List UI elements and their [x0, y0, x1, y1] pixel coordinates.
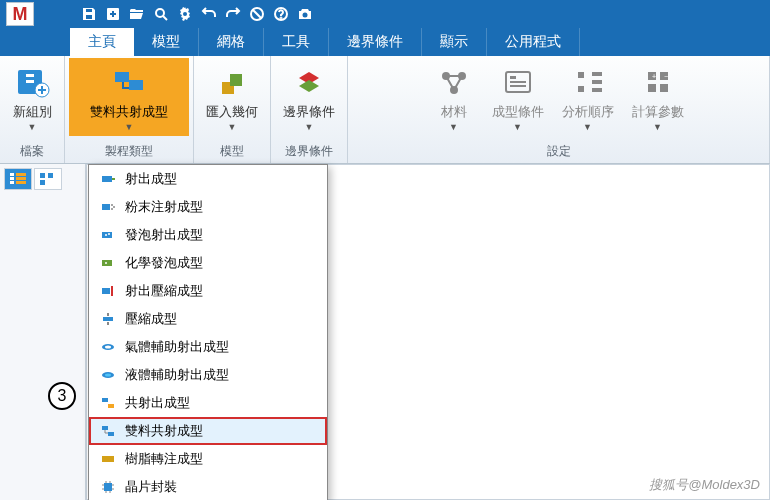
svg-rect-31 — [648, 84, 656, 92]
chevron-down-icon: ▼ — [305, 122, 314, 132]
ribbon: 新組別 ▼ 檔案 雙料共射成型 ▼ 製程類型 匯入幾何 ▼ 模型 — [0, 56, 770, 164]
chevron-down-icon: ▼ — [449, 122, 458, 132]
menu-item-label: 樹脂轉注成型 — [125, 450, 203, 468]
new-icon[interactable] — [102, 3, 124, 25]
menu-item-chem-foam[interactable]: 化學發泡成型 — [89, 249, 327, 277]
svg-rect-8 — [26, 74, 34, 77]
svg-rect-54 — [102, 288, 110, 294]
menu-item-label: 雙料共射成型 — [125, 422, 203, 440]
gas-assist-icon — [99, 338, 117, 356]
process-type-button[interactable]: 雙料共射成型 ▼ — [69, 58, 189, 136]
svg-rect-55 — [103, 317, 113, 321]
bi-inject-icon — [99, 422, 117, 440]
svg-rect-39 — [16, 177, 26, 180]
menu-item-rtm[interactable]: 樹脂轉注成型 — [89, 445, 327, 473]
menu-item-label: 射出成型 — [125, 170, 177, 188]
svg-text:−: − — [664, 73, 668, 80]
ribbon-group-label: 邊界條件 — [285, 141, 333, 162]
svg-rect-26 — [592, 72, 602, 76]
tab-utilities[interactable]: 公用程式 — [487, 28, 580, 56]
new-group-button[interactable]: 新組別 ▼ — [4, 58, 60, 136]
tab-tools[interactable]: 工具 — [264, 28, 329, 56]
menu-item-co-injection[interactable]: 共射出成型 — [89, 389, 327, 417]
co-inject-icon — [99, 394, 117, 412]
svg-rect-38 — [16, 173, 26, 176]
menu-item-label: 晶片封裝 — [125, 478, 177, 496]
menu-item-injection[interactable]: 射出成型 — [89, 165, 327, 193]
ribbon-group-file: 新組別 ▼ 檔案 — [0, 56, 65, 163]
chevron-down-icon: ▼ — [125, 122, 134, 132]
menu-item-powder[interactable]: 粉末注射成型 — [89, 193, 327, 221]
tab-display[interactable]: 顯示 — [422, 28, 487, 56]
undo-icon[interactable] — [198, 3, 220, 25]
svg-point-5 — [281, 18, 282, 19]
liquid-assist-icon — [99, 366, 117, 384]
foam-icon — [99, 226, 117, 244]
boundary-conditions-button[interactable]: 邊界條件 ▼ — [275, 58, 343, 136]
svg-point-1 — [156, 9, 164, 17]
open-icon[interactable] — [126, 3, 148, 25]
sidebar-view-list[interactable] — [4, 168, 32, 190]
search-icon[interactable] — [150, 3, 172, 25]
menu-item-gas-assist[interactable]: 氣體輔助射出成型 — [89, 333, 327, 361]
svg-rect-43 — [40, 180, 45, 185]
menu-item-label: 粉末注射成型 — [125, 198, 203, 216]
help-icon[interactable] — [270, 3, 292, 25]
tab-model[interactable]: 模型 — [134, 28, 199, 56]
boundary-icon — [289, 62, 329, 102]
sidebar — [0, 164, 86, 500]
svg-rect-59 — [108, 404, 114, 408]
ribbon-btn-label: 計算參數 — [632, 104, 684, 120]
import-geometry-icon — [212, 62, 252, 102]
tab-home[interactable]: 主頁 — [70, 28, 134, 56]
menu-item-bi-injection[interactable]: 雙料共射成型 — [89, 417, 327, 445]
menu-item-label: 壓縮成型 — [125, 310, 177, 328]
analysis-sequence-button[interactable]: 分析順序 ▼ — [554, 58, 622, 136]
chevron-down-icon: ▼ — [228, 122, 237, 132]
menu-item-label: 化學發泡成型 — [125, 254, 203, 272]
annotation-callout: 3 — [48, 382, 76, 410]
camera-icon[interactable] — [294, 3, 316, 25]
compute-params-button[interactable]: +− 計算參數 ▼ — [624, 58, 692, 136]
material-button[interactable]: 材料 ▼ — [426, 58, 482, 136]
menu-item-compress[interactable]: 壓縮成型 — [89, 305, 327, 333]
molding-conditions-button[interactable]: 成型條件 ▼ — [484, 58, 552, 136]
tab-boundary[interactable]: 邊界條件 — [329, 28, 422, 56]
svg-rect-44 — [102, 176, 112, 182]
menu-item-label: 氣體輔助射出成型 — [125, 338, 229, 356]
import-geometry-button[interactable]: 匯入幾何 ▼ — [198, 58, 266, 136]
ribbon-btn-label: 材料 — [441, 104, 467, 120]
svg-rect-32 — [660, 84, 668, 92]
svg-rect-22 — [510, 81, 526, 83]
svg-rect-58 — [102, 398, 108, 402]
chip-icon — [99, 478, 117, 496]
rtm-icon — [99, 450, 117, 468]
chevron-down-icon: ▼ — [513, 122, 522, 132]
svg-rect-36 — [10, 177, 14, 180]
chevron-down-icon: ▼ — [28, 122, 37, 132]
ribbon-btn-label: 新組別 — [13, 104, 52, 120]
save-icon[interactable] — [78, 3, 100, 25]
menu-item-ic-package[interactable]: 晶片封裝 — [89, 473, 327, 500]
material-icon — [434, 62, 474, 102]
svg-rect-45 — [102, 204, 110, 210]
menu-item-foam[interactable]: 發泡射出成型 — [89, 221, 327, 249]
svg-point-53 — [105, 262, 107, 264]
svg-rect-12 — [129, 80, 143, 90]
tab-mesh[interactable]: 網格 — [199, 28, 264, 56]
ribbon-btn-label: 邊界條件 — [283, 104, 335, 120]
redo-icon[interactable] — [222, 3, 244, 25]
injection-icon — [99, 170, 117, 188]
stop-icon[interactable] — [246, 3, 268, 25]
app-logo-icon: M — [6, 2, 34, 26]
ribbon-group-process: 雙料共射成型 ▼ 製程類型 — [65, 56, 194, 163]
menu-item-inject-compress[interactable]: 射出壓縮成型 — [89, 277, 327, 305]
sidebar-view-tree[interactable] — [34, 168, 62, 190]
svg-rect-11 — [115, 72, 129, 82]
powder-icon — [99, 198, 117, 216]
settings-icon[interactable] — [174, 3, 196, 25]
chem-foam-icon — [99, 254, 117, 272]
menu-item-liquid-assist[interactable]: 液體輔助射出成型 — [89, 361, 327, 389]
ribbon-btn-label: 雙料共射成型 — [90, 104, 168, 120]
svg-rect-24 — [578, 72, 584, 78]
